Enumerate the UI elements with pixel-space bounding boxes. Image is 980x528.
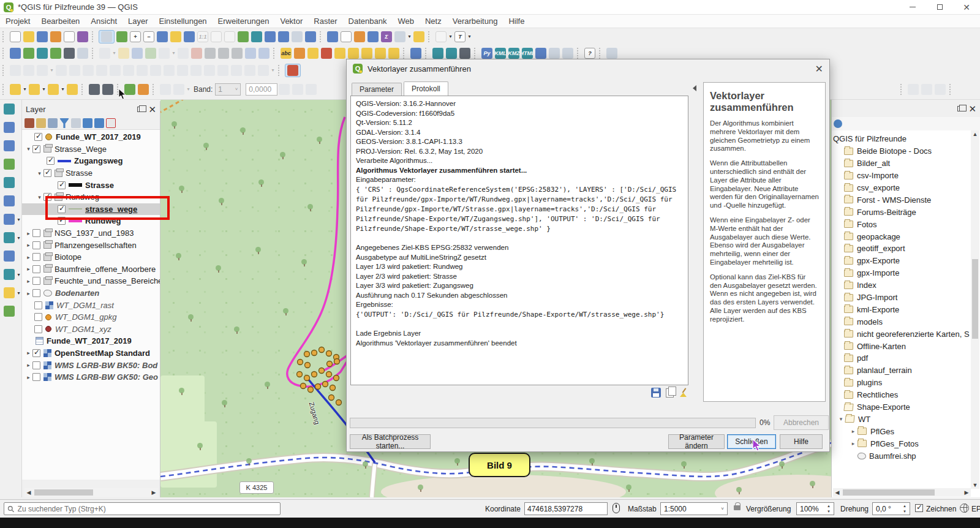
trim-extend-icon[interactable] — [258, 65, 269, 76]
annotation-dropdown[interactable] — [467, 34, 472, 39]
layer-row[interactable]: WT_DGM1_rast — [22, 299, 160, 311]
group-row[interactable]: Feuchte_und_nasse_Bereiche — [22, 275, 160, 287]
measure-icon[interactable] — [394, 31, 405, 42]
add-spatialite-layer-icon[interactable] — [4, 177, 15, 188]
batch-process-button[interactable]: Als Batchprozess starten... — [350, 434, 431, 449]
new-virtual-layer-icon[interactable] — [77, 48, 88, 59]
add-polygon-layer-icon[interactable] — [4, 195, 15, 206]
merge-features-icon[interactable] — [204, 65, 215, 76]
browser-item[interactable]: geopackage — [832, 230, 980, 243]
add-vector-layer-icon[interactable] — [4, 104, 15, 115]
browser-item[interactable]: Fotos — [832, 218, 980, 230]
band-value-input[interactable]: 0,0000 — [246, 83, 277, 96]
remove-layer-icon[interactable] — [106, 118, 116, 128]
filter-expression-icon[interactable] — [71, 118, 81, 128]
refresh-map-icon[interactable] — [305, 31, 316, 42]
wms-service-icon[interactable] — [432, 48, 443, 59]
layer-row[interactable]: Strasse — [22, 179, 160, 191]
mesh-pencil-icon[interactable] — [908, 84, 919, 95]
collapse-all-icon[interactable] — [94, 118, 104, 128]
save-log-icon[interactable] — [651, 388, 661, 398]
browser-item[interactable]: WT — [832, 413, 980, 425]
vertex-tool-icon[interactable] — [159, 48, 170, 59]
browser-item[interactable]: csv_exporte — [832, 182, 980, 194]
add-feature-icon[interactable] — [145, 48, 156, 59]
add-wcs-layer-icon[interactable] — [4, 251, 15, 262]
move-feature-icon[interactable] — [37, 65, 48, 76]
postgis-dropdown[interactable] — [16, 217, 21, 222]
browser-item[interactable]: JPG-Import — [832, 292, 980, 304]
deselect-all-icon[interactable] — [48, 84, 59, 95]
zoom-to-selection-icon[interactable] — [170, 31, 181, 42]
browser-item[interactable]: PflGes_Fotos — [832, 437, 980, 450]
delete-selected-icon[interactable] — [191, 48, 202, 59]
wfs-dropdown[interactable] — [16, 272, 21, 277]
move-label-icon[interactable] — [348, 48, 359, 59]
wms-dropdown[interactable] — [16, 235, 21, 241]
browser-item[interactable]: Rechtliches — [832, 389, 980, 401]
html-export-icon[interactable]: HTML — [522, 48, 533, 59]
kml-export-icon[interactable]: KML — [495, 48, 506, 59]
save-edits-icon[interactable] — [132, 48, 143, 59]
metasearch-icon[interactable] — [459, 48, 470, 59]
menu-netz[interactable]: Netz — [420, 15, 447, 27]
kmz-export-icon[interactable]: KMZ — [508, 48, 519, 59]
menu-einstellungen[interactable]: Einstellungen — [154, 15, 213, 27]
style-manager-icon[interactable] — [77, 31, 88, 42]
expand-all-icon[interactable] — [83, 118, 92, 128]
layer-row[interactable]: WT_DGM1_gpkg — [22, 311, 160, 323]
rotate-label-icon[interactable] — [361, 48, 372, 59]
clear-log-icon[interactable] — [679, 388, 688, 398]
layer-labeling-icon[interactable]: abc — [281, 48, 292, 59]
statistical-summary-icon[interactable]: Σ — [381, 31, 392, 42]
add-delimited-text-layer-icon[interactable] — [4, 159, 15, 170]
browser-item[interactable]: models — [832, 315, 980, 328]
group-row[interactable]: Strasse — [22, 167, 160, 179]
browser-horizontal-scrollbar[interactable]: ◀▶ — [833, 488, 971, 497]
group-row[interactable]: Strasse_Wege — [22, 143, 160, 156]
tab-protokoll[interactable]: Protokoll — [404, 81, 448, 96]
add-oracle-layer-icon[interactable] — [4, 306, 15, 317]
mouse-position-icon[interactable] — [612, 503, 620, 513]
scale-combo[interactable]: 1:5000˅ — [660, 502, 728, 515]
new-geopackage-layer-icon[interactable] — [23, 48, 34, 59]
rotate-feature-icon[interactable] — [56, 65, 67, 76]
circular-string-icon[interactable] — [10, 65, 21, 76]
menu-datenbank[interactable]: Datenbank — [343, 15, 393, 27]
undo-icon[interactable] — [245, 48, 256, 59]
group-row[interactable]: Biotope — [22, 251, 160, 263]
select-by-value-icon[interactable] — [29, 84, 40, 95]
map-theme-tool-icon[interactable] — [138, 84, 149, 95]
paste-features-icon[interactable] — [232, 48, 243, 59]
close-button[interactable]: ✕ — [953, 0, 980, 14]
curved-label-icon[interactable] — [388, 48, 399, 59]
save-project-icon[interactable] — [37, 31, 48, 42]
refresh-browser-icon[interactable] — [834, 119, 842, 128]
browser-item[interactable]: gpx-Importe — [832, 267, 980, 279]
layer-row[interactable]: WT_DGM1_xyz — [22, 323, 160, 336]
select-value-dropdown[interactable] — [41, 86, 47, 92]
layer-checkbox[interactable] — [34, 133, 42, 141]
save-project-as-icon[interactable] — [50, 31, 61, 42]
menu-hilfe[interactable]: Hilfe — [503, 15, 530, 27]
select-by-location-icon[interactable] — [67, 84, 78, 95]
maximize-button[interactable] — [926, 0, 953, 14]
layer-row[interactable]: WMS LGRB-BW GK50: Geo — [22, 371, 160, 383]
zoom-full-extent-icon[interactable] — [157, 31, 168, 42]
open-project-icon[interactable] — [23, 31, 34, 42]
layer-diagram-icon[interactable] — [294, 48, 305, 59]
menu-raster[interactable]: Raster — [308, 15, 342, 27]
browser-item[interactable]: pdf — [832, 352, 980, 364]
magnifier-spinbox[interactable]: 100% — [796, 502, 834, 515]
mesh-edit-icon[interactable] — [935, 84, 946, 95]
plugin-table-icon[interactable] — [562, 48, 573, 59]
browser-item[interactable]: Forst - WMS-Dienste — [832, 194, 980, 206]
menu-web[interactable]: Web — [392, 15, 420, 27]
select-features-icon[interactable] — [10, 84, 21, 95]
zoom-last-icon[interactable] — [211, 31, 222, 42]
open-layer-styling-icon[interactable] — [24, 118, 34, 128]
pin-labels-icon[interactable] — [307, 48, 318, 59]
new-bookmark-icon[interactable] — [265, 31, 276, 42]
layers-horizontal-scrollbar[interactable]: ◀▶ — [24, 488, 158, 497]
split-features-icon[interactable] — [190, 65, 202, 76]
